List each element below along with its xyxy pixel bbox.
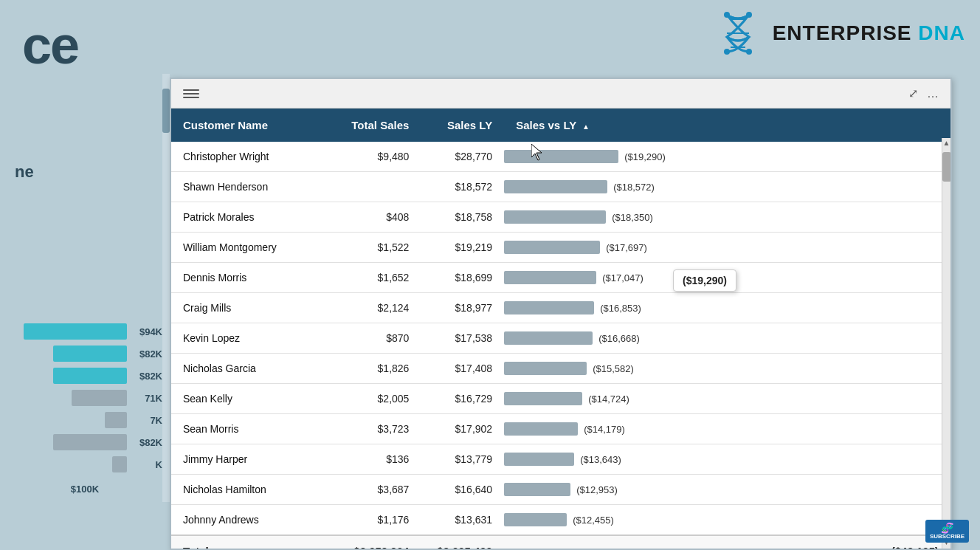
- sales-vs-ly-cell: ($18,350): [504, 202, 950, 233]
- tooltip: ($19,290): [673, 269, 736, 292]
- sales-vs-ly-value: ($12,953): [576, 484, 618, 495]
- customer-name-cell: Christopher Wright: [171, 142, 338, 172]
- sales-ly-cell: $17,538: [421, 323, 504, 354]
- subscribe-dna-icon: 🧬: [941, 523, 953, 533]
- sales-ly-cell: $28,770: [421, 142, 504, 172]
- sales-vs-ly-value: ($13,643): [580, 454, 621, 465]
- more-options-icon[interactable]: …: [927, 87, 939, 100]
- sales-ly-cell: $13,779: [421, 444, 504, 475]
- col-header-sales-ly[interactable]: Sales LY: [421, 109, 504, 142]
- table-row: Nicholas Hamilton $3,687 $16,640 ($12,95…: [171, 475, 950, 505]
- negative-bar: [504, 331, 593, 345]
- hamburger-menu-icon[interactable]: [183, 89, 199, 98]
- total-sales-cell: $1,652: [338, 263, 421, 293]
- subscribe-badge[interactable]: 🧬 SUBSCRIBE: [925, 520, 969, 543]
- negative-bar: [504, 513, 567, 526]
- negative-bar: [504, 241, 600, 254]
- customer-name-cell: Dennis Morris: [171, 263, 338, 293]
- negative-bar: [504, 210, 606, 224]
- table-row: William Montgomery $1,522 $19,219 ($17,6…: [171, 233, 950, 263]
- sales-vs-ly-value: ($14,724): [588, 393, 629, 405]
- sales-vs-ly-value: ($16,853): [600, 303, 641, 314]
- table-row: Nicholas Garcia $1,826 $17,408 ($15,582): [171, 354, 950, 384]
- sales-ly-cell: $18,699: [421, 263, 504, 293]
- list-item: $82K: [7, 346, 162, 362]
- sales-vs-ly-value: ($17,697): [606, 242, 647, 253]
- bar-label: $82K: [131, 348, 162, 360]
- subscribe-label: SUBSCRIBE: [930, 533, 965, 540]
- negative-bar: [504, 422, 578, 436]
- svg-point-5: [746, 49, 752, 55]
- table-row: Patrick Morales $408 $18,758 ($18,350): [171, 202, 950, 233]
- table-row: Shawn Henderson $18,572 ($18,572): [171, 172, 950, 202]
- customer-name-cell: Craig Mills: [171, 293, 338, 323]
- chart-bar: [53, 368, 127, 384]
- sidebar-label: ne: [15, 162, 34, 182]
- scroll-up-arrow[interactable]: ▲: [942, 138, 950, 148]
- table-row: Kevin Lopez $870 $17,538 ($16,668): [171, 323, 950, 354]
- sales-vs-ly-cell: ($16,853): [504, 293, 950, 323]
- customer-name-cell: Jimmy Harper: [171, 444, 338, 475]
- table-row: Johnny Andrews $1,176 $13,631 ($12,455): [171, 505, 950, 536]
- sales-vs-ly-total: ($43,195): [504, 535, 950, 549]
- col-header-customer-name[interactable]: Customer Name: [171, 109, 338, 142]
- customer-name-cell: Shawn Henderson: [171, 172, 338, 202]
- chart-bottom-label: $100K: [71, 484, 99, 495]
- scrollbar-thumb[interactable]: [942, 152, 950, 182]
- total-sales-cell: $870: [338, 323, 421, 354]
- customer-name-cell: Johnny Andrews: [171, 505, 338, 536]
- table-header-row: Customer Name Total Sales Sales LY Sales…: [171, 109, 950, 142]
- sales-vs-ly-cell: ($12,953): [504, 475, 950, 505]
- total-sales-cell: $1,176: [338, 505, 421, 536]
- sales-vs-ly-value: ($18,572): [613, 182, 655, 193]
- total-label: Total: [171, 535, 338, 549]
- scrollbar-left[interactable]: [162, 74, 170, 502]
- hamburger-line: [183, 89, 199, 91]
- chart-bar: [72, 390, 127, 406]
- sales-vs-ly-value: ($18,350): [612, 212, 653, 223]
- chart-bar: [112, 456, 127, 472]
- total-sales-cell: $136: [338, 444, 421, 475]
- table-row: Craig Mills $2,124 $18,977 ($16,853): [171, 293, 950, 323]
- table-row: Jimmy Harper $136 $13,779 ($13,643): [171, 444, 950, 475]
- list-item: $82K: [7, 368, 162, 384]
- scrollbar-thumb[interactable]: [162, 89, 170, 133]
- sales-ly-total: $2,995,499: [421, 535, 504, 549]
- sales-vs-ly-cell: ($16,668): [504, 323, 950, 354]
- bar-wrapper: ($15,582): [504, 360, 950, 377]
- total-sales-cell: $9,480: [338, 142, 421, 172]
- hamburger-line: [183, 97, 199, 98]
- table-container: ⤢ … Customer Name Total Sales Sales LY S…: [170, 78, 952, 550]
- list-item: 7K: [7, 412, 162, 428]
- list-item: $82K: [7, 434, 162, 450]
- bar-wrapper: ($19,290): [504, 148, 950, 165]
- total-sales-cell: $1,826: [338, 354, 421, 384]
- sidebar-chart: ne $94K $82K $82K 71K 7K $82K K: [0, 74, 170, 502]
- negative-bar: [504, 301, 594, 314]
- sales-ly-cell: $18,572: [421, 172, 504, 202]
- sales-ly-cell: $16,729: [421, 384, 504, 414]
- table-row: Christopher Wright $9,480 $28,770 ($19,2…: [171, 142, 950, 172]
- sales-vs-ly-value: ($19,290): [624, 151, 666, 162]
- bar-wrapper: ($17,697): [504, 238, 950, 256]
- bar-wrapper: ($16,853): [504, 299, 950, 317]
- customer-name-cell: Nicholas Garcia: [171, 354, 338, 384]
- total-sales-cell: [338, 172, 421, 202]
- col-header-sales-vs-ly[interactable]: Sales vs LY ▲: [504, 109, 950, 142]
- sales-ly-cell: $19,219: [421, 233, 504, 263]
- customer-name-cell: William Montgomery: [171, 233, 338, 263]
- scrollbar-right[interactable]: ▲ ▼: [942, 138, 950, 549]
- bar-label: $82K: [131, 437, 162, 448]
- svg-point-3: [724, 12, 730, 18]
- col-header-total-sales[interactable]: Total Sales: [338, 109, 421, 142]
- sales-vs-ly-value: ($14,179): [584, 424, 625, 435]
- sales-ly-cell: $13,631: [421, 505, 504, 536]
- negative-bar: [504, 362, 587, 375]
- logo-area: ENTERPRISE DNA: [712, 7, 965, 59]
- expand-icon[interactable]: ⤢: [908, 86, 918, 100]
- sales-table: Customer Name Total Sales Sales LY Sales…: [171, 109, 950, 549]
- chart-bars: $94K $82K $82K 71K 7K $82K K: [0, 316, 170, 472]
- svg-point-6: [724, 49, 730, 55]
- sales-ly-cell: $17,408: [421, 354, 504, 384]
- customer-name-cell: Kevin Lopez: [171, 323, 338, 354]
